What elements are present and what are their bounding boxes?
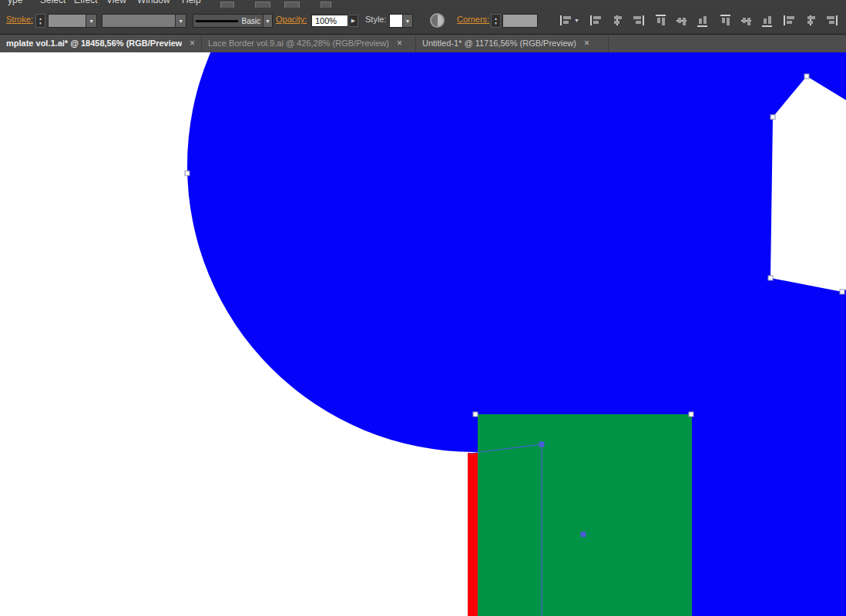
tab-label[interactable]: Lace Border vol.9.ai @ 426,28% (RGB/Prev… [208,38,389,48]
menu-type[interactable]: ype [8,0,22,5]
stroke-label[interactable]: Stroke: [6,15,33,24]
anchor-point[interactable] [840,290,844,294]
menu-effect[interactable]: Effect [74,0,97,5]
brush-definition-select[interactable]: Basic ▼ [193,14,273,28]
distribute-horizontal-left-icon[interactable] [783,15,797,27]
anchor-point[interactable] [768,276,773,280]
align-vertical-top-icon[interactable] [654,14,666,28]
artboard-canvas[interactable] [0,52,846,616]
opacity-flyout-icon[interactable]: ▶ [348,15,358,27]
workspace-switcher-icon[interactable] [284,2,300,8]
anchor-point[interactable] [804,74,809,79]
stroke-weight-select[interactable]: ▼ [48,14,97,28]
go-to-bridge-icon[interactable] [220,2,234,8]
menu-select[interactable]: Select [40,0,65,5]
document-tab-bar: mplate vol.1.ai* @ 18458,56% (RGB/Previe… [0,34,846,52]
align-horizontal-right-icon[interactable] [631,15,645,27]
anchor-point[interactable] [770,115,775,119]
corners-label[interactable]: Corners: [457,15,489,24]
white-wedge-shape[interactable] [770,76,846,292]
red-stripe-shape[interactable] [468,453,478,616]
chevron-down-icon[interactable]: ▼ [86,15,96,27]
distribute-horizontal-right-icon[interactable] [824,15,838,27]
anchor-point-selected[interactable] [539,442,545,447]
control-bar: Stroke: ▲ ▼ ▼ ▼ Basic ▼ Opacity: 100% ▶ … [0,8,846,35]
brush-stroke-preview [196,20,238,22]
menu-help[interactable]: Help [182,0,201,5]
tab-label[interactable]: mplate vol.1.ai* @ 18458,56% (RGB/Previe… [6,38,182,48]
anchor-point-selected[interactable] [581,532,586,537]
distribute-vertical-top-icon[interactable] [719,14,731,28]
variable-width-profile-select[interactable]: ▼ [102,14,186,28]
corners-input[interactable] [502,14,538,28]
green-rectangle-shape[interactable] [478,414,692,616]
recolor-artwork-icon[interactable] [430,13,445,28]
align-vertical-bottom-icon[interactable] [696,14,708,28]
opacity-label[interactable]: Opacity: [276,15,307,24]
stepper-down-icon[interactable]: ▼ [494,21,498,25]
search-icon[interactable] [321,2,331,8]
tab-label[interactable]: Untitled-1* @ 11716,56% (RGB/Preview) [422,38,576,48]
chevron-down-icon[interactable]: ▼ [263,15,272,27]
graphic-style-select[interactable]: ▼ [389,14,413,28]
tab-close-icon[interactable]: × [397,38,402,49]
tab-close-icon[interactable]: × [190,38,195,49]
align-vertical-center-icon[interactable] [675,14,687,28]
stroke-weight-stepper[interactable]: ▲ ▼ [35,14,45,28]
style-label: Style: [365,15,387,24]
arrange-documents-icon[interactable] [255,2,270,8]
brush-definition-value: Basic [242,17,260,25]
align-horizontal-center-icon[interactable] [610,15,624,27]
anchor-point[interactable] [689,412,693,417]
chevron-down-icon[interactable]: ▼ [402,15,412,27]
document-tab-untitled-1[interactable]: Untitled-1* @ 11716,56% (RGB/Preview) × [416,34,609,52]
menu-window[interactable]: Window [137,0,170,5]
stepper-down-icon[interactable]: ▼ [39,21,42,25]
anchor-point[interactable] [473,412,478,417]
align-to-selection-icon[interactable] [559,15,573,27]
menu-bar: ype Select Effect View Window Help [0,0,846,8]
distribute-vertical-center-icon[interactable] [740,14,752,28]
document-tab-lace-border-vol9[interactable]: Lace Border vol.9.ai @ 426,28% (RGB/Prev… [202,34,416,52]
align-horizontal-left-icon[interactable] [589,15,603,27]
opacity-input[interactable]: 100% [311,15,348,27]
align-to-dropdown-icon[interactable]: ▼ [574,18,579,23]
menu-view[interactable]: View [106,0,126,5]
anchor-point[interactable] [185,171,190,176]
corners-stepper[interactable]: ▲ ▼ [491,14,501,28]
chevron-down-icon[interactable]: ▼ [175,15,186,27]
document-tab-template-vol1[interactable]: mplate vol.1.ai* @ 18458,56% (RGB/Previe… [0,34,202,52]
tab-close-icon[interactable]: × [584,38,589,49]
distribute-horizontal-center-icon[interactable] [804,15,817,27]
distribute-vertical-bottom-icon[interactable] [760,14,773,28]
